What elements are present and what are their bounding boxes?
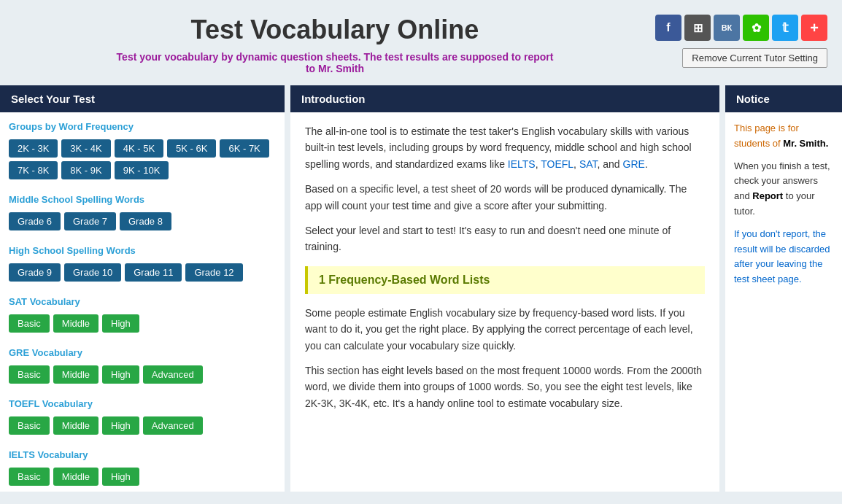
btn-grade-6[interactable]: Grade 6 xyxy=(9,212,61,230)
btn-6k-7k[interactable]: 6K - 7K xyxy=(220,139,269,158)
btn-7k-8k[interactable]: 7K - 8K xyxy=(9,161,58,179)
btn-3k-4k[interactable]: 3K - 4K xyxy=(61,139,110,158)
wechat-icon[interactable]: ✿ xyxy=(743,15,769,41)
section-gre: GRE Vocabulary Basic Middle High Advance… xyxy=(0,338,285,389)
plus-icon[interactable]: + xyxy=(801,15,827,41)
link-toefl[interactable]: TOEFL xyxy=(541,158,573,170)
header: Test Vocabulary Online Test your vocabul… xyxy=(0,0,842,85)
btn-group-gre: Basic Middle High Advanced xyxy=(0,363,285,389)
btn-group-toefl: Basic Middle High Advanced xyxy=(0,414,285,441)
section-title-gre: GRE Vocabulary xyxy=(0,338,285,363)
btn-gre-advanced[interactable]: Advanced xyxy=(143,365,203,384)
header-right: f ⊞ ВК ✿ 𝕥 + Remove Current Tutor Settin… xyxy=(655,15,827,68)
btn-grade-11[interactable]: Grade 11 xyxy=(125,263,182,282)
section-title-sat: SAT Vocabulary xyxy=(0,287,285,311)
main-content: Select Your Test Groups by Word Frequenc… xyxy=(0,85,842,504)
link-gre[interactable]: GRE xyxy=(623,158,645,170)
btn-5k-6k[interactable]: 5K - 6K xyxy=(167,139,216,158)
btn-4k-5k[interactable]: 4K - 5K xyxy=(115,139,163,158)
notice-text-1: This page is for students of Mr. Smith. xyxy=(734,123,828,149)
link-ielts[interactable]: IELTS xyxy=(508,158,536,170)
report-label: Report xyxy=(752,190,783,201)
section-title-word-frequency: Groups by Word Frequency xyxy=(0,112,285,136)
btn-ielts-middle[interactable]: Middle xyxy=(53,468,99,486)
btn-9k-10k[interactable]: 9K - 10K xyxy=(115,161,169,179)
btn-grade-9[interactable]: Grade 9 xyxy=(9,263,61,282)
center-header: Introduction xyxy=(290,85,719,112)
section-word-frequency: Groups by Word Frequency 2K - 3K 3K - 4K… xyxy=(0,112,285,185)
right-body: This page is for students of Mr. Smith. … xyxy=(725,112,842,303)
btn-group-middle-school: Grade 6 Grade 7 Grade 8 xyxy=(0,209,285,236)
section-title-ielts: IELTS Vocabulary xyxy=(0,441,285,465)
section-toefl: TOEFL Vocabulary Basic Middle High Advan… xyxy=(0,389,285,441)
section-title-high-school: High School Spelling Words xyxy=(0,236,285,260)
tutor-name: Mr. Smith. xyxy=(783,138,828,149)
header-left: Test Vocabulary Online Test your vocabul… xyxy=(15,15,655,74)
btn-sat-basic[interactable]: Basic xyxy=(9,314,50,333)
section-title-middle-school: Middle School Spelling Words xyxy=(0,185,285,209)
btn-group-word-frequency: 2K - 3K 3K - 4K 4K - 5K 5K - 6K 6K - 7K … xyxy=(0,136,285,185)
btn-group-high-school: Grade 9 Grade 10 Grade 11 Grade 12 xyxy=(0,260,285,287)
section-sat: SAT Vocabulary Basic Middle High xyxy=(0,287,285,338)
intro-para-2: Based on a specific level, a test sheet … xyxy=(305,181,705,214)
btn-2k-3k[interactable]: 2K - 3K xyxy=(9,139,58,158)
btn-group-sat: Basic Middle High xyxy=(0,311,285,338)
center-body: The all-in-one tool is to estimate the t… xyxy=(290,112,719,431)
btn-ielts-high[interactable]: High xyxy=(102,468,139,486)
twitter-icon[interactable]: 𝕥 xyxy=(772,15,798,41)
btn-sat-middle[interactable]: Middle xyxy=(53,314,99,333)
btn-group-ielts: Basic Middle High xyxy=(0,465,285,492)
btn-grade-10[interactable]: Grade 10 xyxy=(64,263,121,282)
btn-8k-9k[interactable]: 8K - 9K xyxy=(61,161,110,179)
sidebar-header: Select Your Test xyxy=(0,85,285,112)
social-icons: f ⊞ ВК ✿ 𝕥 + xyxy=(655,15,827,41)
body-para-1: Some people estimate English vocabulary … xyxy=(305,305,705,354)
notice-para-2: When you finish a test, check your answe… xyxy=(734,159,833,220)
page-title: Test Vocabulary Online xyxy=(15,15,655,45)
right-panel: Notice This page is for students of Mr. … xyxy=(725,85,842,492)
page-wrapper: Test Vocabulary Online Test your vocabul… xyxy=(0,0,842,504)
link-sat[interactable]: SAT xyxy=(579,158,598,170)
highlight-box: 1 Frequency-Based Word Lists xyxy=(305,266,705,294)
center-panel: Introduction The all-in-one tool is to e… xyxy=(290,85,719,492)
btn-grade-12[interactable]: Grade 12 xyxy=(185,263,242,282)
btn-toefl-advanced[interactable]: Advanced xyxy=(143,416,203,435)
btn-toefl-middle[interactable]: Middle xyxy=(53,416,99,435)
btn-gre-middle[interactable]: Middle xyxy=(53,365,99,384)
section-high-school: High School Spelling Words Grade 9 Grade… xyxy=(0,236,285,287)
sidebar: Select Your Test Groups by Word Frequenc… xyxy=(0,85,285,492)
grid-icon[interactable]: ⊞ xyxy=(684,15,711,41)
btn-toefl-basic[interactable]: Basic xyxy=(9,416,50,435)
vk-icon[interactable]: ВК xyxy=(714,15,740,41)
section-ielts: IELTS Vocabulary Basic Middle High xyxy=(0,441,285,492)
btn-grade-8[interactable]: Grade 8 xyxy=(120,212,171,230)
btn-sat-high[interactable]: High xyxy=(102,314,139,333)
btn-grade-7[interactable]: Grade 7 xyxy=(64,212,116,230)
body-para-2: This section has eight levels based on t… xyxy=(305,363,705,411)
header-subtitle: Test your vocabulary by dynamic question… xyxy=(116,51,554,74)
section-title-toefl: TOEFL Vocabulary xyxy=(0,389,285,414)
remove-tutor-button[interactable]: Remove Current Tutor Setting xyxy=(682,48,827,68)
right-header: Notice xyxy=(725,85,842,112)
facebook-icon[interactable]: f xyxy=(655,15,681,41)
section-middle-school: Middle School Spelling Words Grade 6 Gra… xyxy=(0,185,285,236)
intro-para-1: The all-in-one tool is to estimate the t… xyxy=(305,123,705,172)
btn-ielts-basic[interactable]: Basic xyxy=(9,468,50,486)
btn-gre-high[interactable]: High xyxy=(102,365,139,384)
notice-para-3: If you don't report, the result will be … xyxy=(734,227,833,287)
notice-para-1: This page is for students of Mr. Smith. xyxy=(734,121,833,152)
intro-para-3: Select your level and start to test! It'… xyxy=(305,222,705,255)
btn-toefl-high[interactable]: High xyxy=(102,416,139,435)
highlight-title: 1 Frequency-Based Word Lists xyxy=(319,274,694,287)
btn-gre-basic[interactable]: Basic xyxy=(9,365,50,384)
